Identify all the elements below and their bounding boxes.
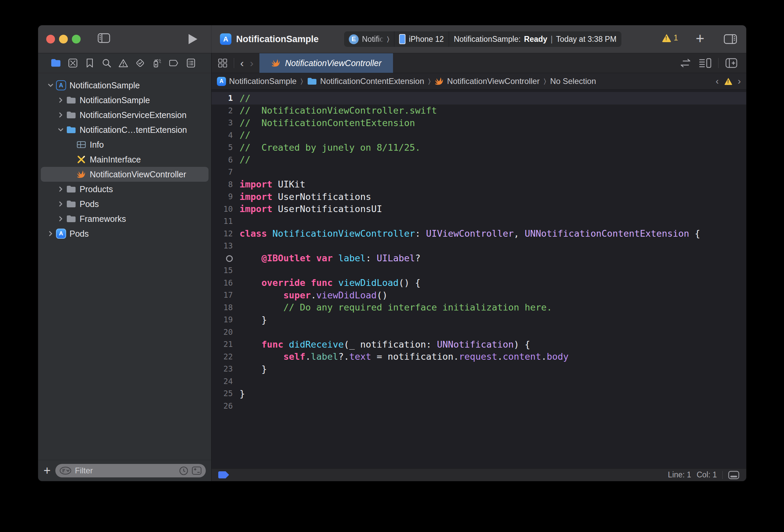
related-items-icon[interactable]	[218, 58, 228, 68]
sidebar-item-frameworks[interactable]: Frameworks	[41, 211, 208, 226]
zoom-window-button[interactable]	[72, 35, 81, 43]
code-line-3[interactable]: 3// NotificationContentExtension	[212, 117, 746, 129]
library-add-button[interactable]: +	[692, 30, 708, 47]
minimap-icon[interactable]	[699, 58, 711, 68]
sidebar-item-pods[interactable]: APods	[41, 226, 208, 241]
disclosure-chevron-icon[interactable]	[46, 84, 56, 87]
breadcrumb-item-notificationcontentextension[interactable]: NotificationContentExtension	[307, 77, 424, 86]
run-destination-selector[interactable]: iPhone 12	[394, 31, 449, 47]
code-line-16[interactable]: 16 override func viewDidLoad() {	[212, 277, 746, 289]
code-line-7[interactable]: 7	[212, 166, 746, 178]
destination-name: iPhone 12	[409, 35, 444, 44]
bookmarks-navigator-icon[interactable]	[85, 58, 94, 68]
folder-icon	[66, 200, 77, 208]
previous-issue-icon[interactable]: ‹	[716, 76, 719, 87]
reports-navigator-icon[interactable]	[186, 58, 196, 68]
tree-item-label: Pods	[80, 199, 99, 209]
code-line-2[interactable]: 2// NotificationViewController.swift	[212, 105, 746, 117]
disclosure-chevron-icon[interactable]	[46, 231, 56, 236]
status-project: NotificationSample:	[454, 35, 521, 44]
code-line-14[interactable]: @IBOutlet var label: UILabel?	[212, 252, 746, 265]
add-file-button[interactable]: +	[44, 464, 51, 478]
code-line-10[interactable]: 10import UserNotificationsUI	[212, 203, 746, 215]
close-window-button[interactable]	[46, 35, 55, 43]
tab-label: NotificationViewController	[285, 58, 382, 68]
tab-bar: ‹ › NotificationViewController	[212, 53, 746, 73]
disclosure-chevron-icon[interactable]	[56, 201, 66, 207]
code-line-22[interactable]: 22 self.label?.text = notification.reque…	[212, 351, 746, 363]
code-line-24[interactable]: 24	[212, 375, 746, 388]
sidebar-item-notificationc-tentextension[interactable]: NotificationC…tentExtension	[41, 122, 208, 137]
code-line-4[interactable]: 4//	[212, 129, 746, 142]
add-editor-icon[interactable]	[725, 58, 737, 68]
project-navigator-icon[interactable]	[51, 58, 61, 68]
code-line-20[interactable]: 20	[212, 326, 746, 338]
breakpoint-tag-icon[interactable]	[218, 471, 229, 478]
go-back-icon[interactable]: ‹	[240, 58, 244, 68]
filter-field[interactable]: Filter	[55, 464, 206, 477]
issues-navigator-icon[interactable]	[118, 58, 128, 68]
code-line-15[interactable]: 15	[212, 264, 746, 277]
go-forward-icon[interactable]: ›	[250, 58, 254, 68]
code-line-11[interactable]: 11	[212, 215, 746, 228]
code-line-9[interactable]: 9import UserNotifications	[212, 190, 746, 203]
sidebar-item-notificationsample[interactable]: NotificationSample	[41, 93, 208, 108]
minimize-window-button[interactable]	[59, 35, 68, 43]
code-line-25[interactable]: 25}	[212, 387, 746, 400]
code-review-icon[interactable]	[680, 58, 692, 68]
code-line-21[interactable]: 21 func didReceive(_ notification: UNNot…	[212, 338, 746, 351]
warning-counter[interactable]: 1	[662, 33, 678, 42]
tests-navigator-icon[interactable]	[135, 58, 145, 68]
code-text: class NotificationViewController: UIView…	[233, 228, 700, 239]
editor-options-icon[interactable]	[728, 471, 739, 479]
next-issue-icon[interactable]: ›	[738, 76, 741, 87]
sidebar-item-maininterface[interactable]: MainInterface	[41, 152, 208, 167]
filter-icon	[59, 467, 72, 475]
disclosure-chevron-icon[interactable]	[56, 128, 66, 131]
warning-icon	[662, 34, 671, 42]
breadcrumb-item-no-selection[interactable]: No Selection	[550, 77, 596, 86]
code-line-13[interactable]: 13	[212, 240, 746, 252]
disclosure-chevron-icon[interactable]	[56, 186, 66, 192]
line-number: 23	[212, 364, 233, 373]
editor-layout-icon[interactable]	[724, 34, 737, 44]
code-line-26[interactable]: 26	[212, 400, 746, 412]
tab-notificationviewcontroller[interactable]: NotificationViewController	[259, 53, 393, 73]
outlet-connector-icon[interactable]	[212, 254, 233, 263]
code-line-19[interactable]: 19 }	[212, 314, 746, 326]
activity-status[interactable]: NotificationSample: Ready | Today at 3:3…	[449, 35, 622, 44]
breadcrumb-item-notificationsample[interactable]: ANotificationSample	[217, 77, 297, 86]
code-line-23[interactable]: 23 }	[212, 363, 746, 375]
navigator-tab-strip	[38, 53, 211, 73]
code-line-18[interactable]: 18 // Do any required interface initiali…	[212, 301, 746, 314]
line-number: 19	[212, 315, 233, 324]
breadcrumb-item-notificationviewcontroller[interactable]: NotificationViewController	[435, 77, 539, 86]
debug-navigator-icon[interactable]	[152, 58, 162, 68]
disclosure-chevron-icon[interactable]	[56, 216, 66, 221]
disclosure-chevron-icon[interactable]	[56, 112, 66, 118]
issue-warning-icon[interactable]	[724, 78, 732, 85]
breakpoints-navigator-icon[interactable]	[169, 58, 179, 68]
sidebar-item-products[interactable]: Products	[41, 182, 208, 197]
code-line-8[interactable]: 8import UIKit	[212, 178, 746, 191]
code-line-12[interactable]: 12class NotificationViewController: UIVi…	[212, 228, 746, 240]
sidebar-item-notificationsample[interactable]: ANotificationSample	[41, 78, 208, 93]
disclosure-chevron-icon[interactable]	[56, 97, 66, 103]
recents-clock-icon[interactable]	[179, 466, 188, 475]
code-line-6[interactable]: 6//	[212, 154, 746, 166]
sidebar-item-pods[interactable]: Pods	[41, 197, 208, 211]
run-button[interactable]	[189, 34, 197, 44]
toggle-sidebar-icon[interactable]	[97, 33, 110, 43]
plus-minus-box-icon[interactable]	[192, 466, 202, 475]
source-editor[interactable]: 1//2// NotificationViewController.swift3…	[212, 90, 746, 468]
code-line-5[interactable]: 5// Created by junely on 8/11/25.	[212, 141, 746, 154]
source-control-navigator-icon[interactable]	[68, 58, 78, 68]
code-line-1[interactable]: 1//	[212, 92, 746, 105]
find-navigator-icon[interactable]	[102, 58, 111, 68]
editor-bottom-bar: Line: 1 Col: 1	[212, 468, 746, 481]
scheme-selector[interactable]: E Notific 〉	[344, 31, 394, 47]
sidebar-item-info[interactable]: Info	[41, 137, 208, 152]
sidebar-item-notificationviewcontroller[interactable]: NotificationViewController	[41, 167, 208, 182]
code-line-17[interactable]: 17 super.viewDidLoad()	[212, 289, 746, 301]
sidebar-item-notificationserviceextension[interactable]: NotificationServiceExtension	[41, 108, 208, 122]
